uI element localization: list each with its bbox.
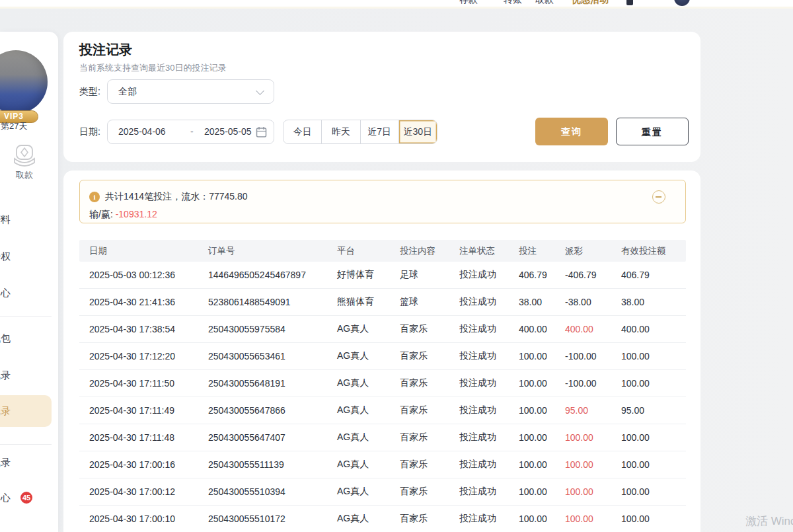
sidebar-item-5[interactable]: 交易记录 — [0, 369, 50, 382]
cell-content: 百家乐 — [400, 377, 428, 389]
topbar-divider — [0, 7, 793, 9]
cell-bet: 100.00 — [519, 378, 547, 389]
cell-valid: 400.00 — [621, 324, 650, 334]
cell-payout: 95.00 — [565, 405, 588, 416]
cell-order: 250430055653461 — [208, 351, 285, 361]
cell-status: 投注成功 — [459, 350, 496, 362]
column-header-payout: 派彩 — [565, 240, 583, 262]
query-button[interactable]: 查询 — [535, 118, 608, 145]
cell-payout: -406.79 — [565, 270, 596, 280]
sidebar-item-7[interactable]: 登录记录 — [0, 457, 50, 469]
cell-platform: AG真人 — [337, 377, 369, 389]
cell-bet: 100.00 — [519, 486, 547, 497]
withdraw-label[interactable]: 取款 — [0, 169, 49, 181]
cell-payout: -100.00 — [565, 378, 596, 389]
sidebar-item-2[interactable]: 会员特权 — [0, 250, 50, 263]
cell-date: 2025-04-30 17:00:16 — [89, 459, 175, 470]
user-avatar[interactable] — [674, 0, 690, 6]
cell-platform: 熊猫体育 — [337, 296, 374, 308]
winloss-value: -10931.12 — [116, 209, 157, 219]
quick-range-4[interactable]: 近30日 — [398, 120, 437, 143]
topnav-item[interactable]: 转账 — [504, 0, 522, 6]
sidebar-item-1[interactable]: 个人资料 — [0, 213, 50, 226]
sidebar-item-4[interactable]: 我的钱包 — [0, 332, 50, 345]
table-row: 2025-04-30 17:11:48250430055647407AG真人百家… — [79, 424, 686, 451]
cell-bet: 100.00 — [519, 459, 547, 470]
cell-payout: -100.00 — [565, 351, 596, 361]
cell-payout: -38.00 — [565, 297, 591, 307]
cell-order: 250430055648191 — [208, 378, 285, 389]
reset-button[interactable]: 重置 — [616, 118, 689, 145]
notification-count-badge: 45 — [20, 492, 32, 504]
cell-payout: 100.00 — [565, 459, 593, 470]
sidebar-divider — [0, 316, 52, 317]
cell-date: 2025-04-30 17:11:48 — [89, 432, 174, 443]
cell-content: 百家乐 — [400, 404, 428, 416]
cell-status: 投注成功 — [459, 432, 496, 443]
sidebar-item-3[interactable]: 安全中心 — [0, 287, 50, 299]
top-navbar: 存款转账取款优惠活动 — [0, 0, 793, 7]
cell-platform: AG真人 — [337, 513, 369, 525]
cell-date: 2025-04-30 17:00:10 — [89, 513, 175, 524]
page-title: 投注记录 — [79, 41, 132, 59]
cell-status: 投注成功 — [459, 404, 496, 416]
cell-bet: 100.00 — [519, 432, 547, 443]
cell-payout: 400.00 — [565, 324, 593, 334]
table-row: 2025-04-30 17:11:49250430055647866AG真人百家… — [79, 397, 686, 424]
records-card: i 共计1414笔投注，流水：77745.80 输/赢: -10931.12 日… — [63, 171, 700, 532]
quick-range-1[interactable]: 今日 — [283, 120, 321, 143]
type-select[interactable]: 全部 — [107, 79, 274, 104]
date-range-input[interactable]: 2025-04-06 - 2025-05-05 — [107, 120, 274, 144]
sidebar-item-6[interactable]: 投注记录 — [0, 405, 50, 418]
column-header-content: 投注内容 — [400, 240, 435, 262]
cell-order: 250430055510172 — [208, 513, 285, 524]
column-header-date: 日期 — [89, 240, 107, 262]
withdraw-icon[interactable] — [11, 144, 38, 168]
page-subtitle: 当前系统支持查询最近30日的投注记录 — [79, 62, 226, 74]
cell-valid: 100.00 — [621, 513, 650, 524]
cell-order: 1446496505245467897 — [208, 270, 306, 280]
topnav-item[interactable]: 优惠活动 — [572, 0, 609, 6]
cell-content: 足球 — [400, 269, 418, 281]
topnav-item[interactable]: 取款 — [535, 0, 554, 6]
cell-date: 2025-04-30 17:12:20 — [89, 351, 175, 361]
calendar-icon — [256, 126, 267, 138]
summary-total-text: 共计1414笔投注，流水：77745.80 — [105, 191, 248, 203]
cell-status: 投注成功 — [459, 459, 496, 471]
column-header-platform: 平台 — [337, 240, 355, 262]
date-separator: - — [190, 126, 194, 137]
cell-content: 百家乐 — [400, 350, 428, 362]
cell-platform: AG真人 — [337, 350, 369, 362]
quick-range-group: 今日昨天近7日近30日 — [283, 120, 437, 144]
cell-valid: 100.00 — [621, 486, 650, 497]
cell-platform: AG真人 — [337, 432, 369, 443]
cell-status: 投注成功 — [459, 377, 496, 389]
cell-content: 百家乐 — [400, 513, 428, 525]
cell-order: 250430055647407 — [208, 432, 285, 443]
cell-valid: 406.79 — [621, 270, 650, 280]
cell-status: 投注成功 — [459, 269, 496, 281]
cell-content: 百家乐 — [400, 323, 428, 335]
records-table-body: 2025-05-03 00:12:361446496505245467897好博… — [79, 262, 686, 532]
cell-bet: 400.00 — [519, 324, 547, 334]
table-row: 2025-04-30 17:00:12250430055510394AG真人百家… — [79, 478, 686, 506]
quick-range-3[interactable]: 近7日 — [360, 120, 398, 143]
table-row: 2025-04-30 17:11:50250430055648191AG真人百家… — [79, 370, 686, 397]
cell-date: 2025-04-30 17:38:54 — [89, 324, 175, 334]
summary-alert: i 共计1414笔投注，流水：77745.80 输/赢: -10931.12 — [79, 180, 686, 223]
search-icon[interactable] — [626, 0, 633, 5]
cell-valid: 38.00 — [621, 297, 644, 307]
winloss-label: 输/赢: — [89, 209, 113, 219]
quick-range-2[interactable]: 昨天 — [321, 120, 359, 143]
collapse-icon[interactable] — [652, 190, 665, 204]
table-row: 2025-04-30 17:38:54250430055975584AG真人百家… — [79, 316, 686, 343]
cell-order: 5238061488549091 — [208, 297, 291, 307]
cell-bet: 100.00 — [519, 351, 547, 361]
cell-content: 百家乐 — [400, 486, 428, 498]
cell-status: 投注成功 — [459, 296, 496, 308]
cell-order: 250430055511139 — [208, 459, 284, 470]
cell-valid: 95.00 — [621, 405, 644, 416]
cell-order: 250430055647866 — [208, 405, 285, 416]
type-select-value: 全部 — [118, 86, 137, 98]
topnav-item[interactable]: 存款 — [459, 0, 478, 6]
